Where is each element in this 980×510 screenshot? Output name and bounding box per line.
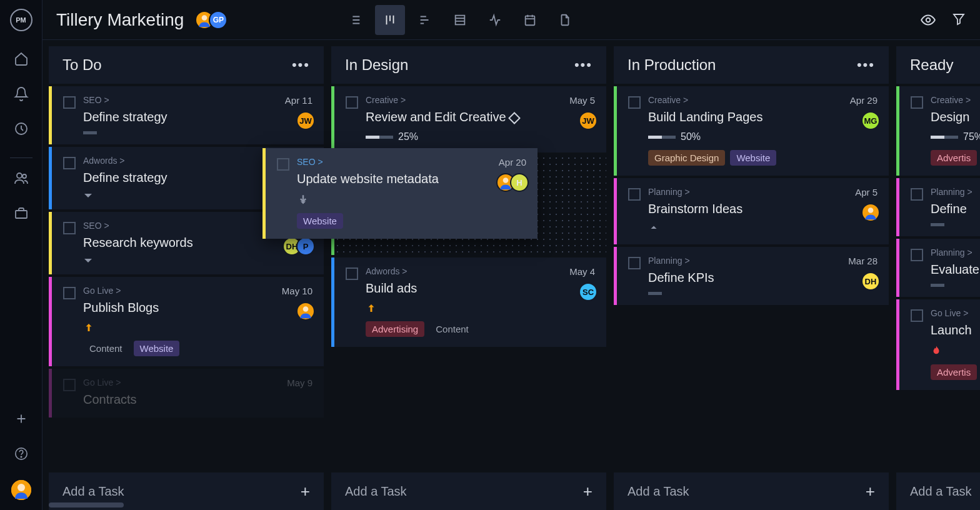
task-date: May 5 xyxy=(569,95,595,106)
svg-rect-10 xyxy=(526,16,535,25)
task-category[interactable]: Go Live > xyxy=(83,378,312,388)
task-card[interactable]: Go Live > Publish Blogs ContentWebsite M… xyxy=(49,277,324,366)
task-category[interactable]: Creative > xyxy=(931,95,980,105)
task-checkbox[interactable] xyxy=(63,157,76,169)
chevron-down-icon[interactable] xyxy=(83,192,93,199)
people-icon[interactable] xyxy=(12,169,30,187)
task-category[interactable]: Go Live > xyxy=(931,308,980,318)
task-checkbox[interactable] xyxy=(628,188,641,201)
task-category[interactable]: Planning > xyxy=(931,187,980,197)
briefcase-icon[interactable] xyxy=(12,204,30,222)
add-task-button[interactable]: Add a Task + xyxy=(896,472,980,510)
file-view-icon[interactable] xyxy=(550,5,580,35)
board-column: Ready ••• Creative > Design 75% Advertis… xyxy=(896,46,980,510)
svg-point-13 xyxy=(868,208,874,213)
task-card[interactable]: Creative > Build Landing Pages 50% Graph… xyxy=(614,86,889,176)
task-category[interactable]: Creative > xyxy=(366,95,595,105)
calendar-view-icon[interactable] xyxy=(515,5,545,35)
sheet-view-icon[interactable] xyxy=(445,5,475,35)
chevron-down-icon[interactable] xyxy=(83,257,93,264)
arrow-down-icon xyxy=(297,193,309,206)
column-more-icon[interactable]: ••• xyxy=(292,57,310,73)
add-task-label: Add a Task xyxy=(62,484,124,499)
assignee-avatar[interactable]: P xyxy=(296,237,315,256)
home-icon[interactable] xyxy=(12,50,30,68)
task-checkbox[interactable] xyxy=(277,158,289,171)
task-checkbox[interactable] xyxy=(63,222,76,234)
assignee-avatar[interactable] xyxy=(296,302,315,321)
task-category[interactable]: Planning > xyxy=(648,187,878,197)
task-title: Define xyxy=(931,201,980,217)
app-logo[interactable]: PM xyxy=(10,9,32,31)
task-checkbox[interactable] xyxy=(911,188,923,201)
assignee-avatar[interactable]: JW xyxy=(579,111,598,130)
assignee-avatar[interactable]: DH xyxy=(861,272,880,291)
tag: Website xyxy=(730,150,776,166)
task-checkbox[interactable] xyxy=(911,249,923,261)
list-view-icon[interactable] xyxy=(340,5,370,35)
task-checkbox[interactable] xyxy=(63,287,76,299)
add-task-button[interactable]: Add a Task + xyxy=(614,472,889,510)
gantt-view-icon[interactable] xyxy=(410,5,440,35)
clock-icon[interactable] xyxy=(12,120,30,138)
task-title: Build ads xyxy=(366,280,595,296)
task-checkbox[interactable] xyxy=(911,309,923,322)
task-card[interactable]: Planning > Define xyxy=(896,178,980,236)
task-checkbox[interactable] xyxy=(628,96,641,109)
task-checkbox[interactable] xyxy=(346,268,358,280)
assignee-avatar[interactable]: MG xyxy=(861,111,880,130)
task-card[interactable]: Creative > Review and Edit Creative 25% … xyxy=(331,86,606,152)
help-icon[interactable] xyxy=(12,445,30,462)
dragging-card[interactable]: SEO > Update website metadata Website Ap… xyxy=(262,148,538,239)
svg-point-8 xyxy=(202,15,208,21)
svg-rect-3 xyxy=(16,211,27,218)
task-card[interactable]: Planning > Evaluate and N xyxy=(896,239,980,297)
task-date: Apr 20 xyxy=(499,157,526,168)
task-card[interactable]: Planning > Brainstorm Ideas Apr 5 xyxy=(614,178,889,244)
activity-view-icon[interactable] xyxy=(480,5,510,35)
horizontal-scrollbar-thumb[interactable] xyxy=(49,502,124,508)
column-more-icon[interactable]: ••• xyxy=(574,57,592,73)
task-checkbox[interactable] xyxy=(346,96,358,109)
assignee-avatar[interactable]: JW xyxy=(296,111,315,130)
add-icon[interactable] xyxy=(12,410,30,428)
task-checkbox[interactable] xyxy=(63,379,76,391)
user-avatar[interactable] xyxy=(11,480,31,500)
assignee-avatar[interactable]: SC xyxy=(579,282,598,301)
member-avatar[interactable]: GP xyxy=(209,11,228,29)
column-title: Ready xyxy=(910,56,953,74)
tag: Graphic Design xyxy=(648,150,725,166)
bell-icon[interactable] xyxy=(12,85,30,102)
priority-up-icon xyxy=(648,223,659,234)
task-checkbox[interactable] xyxy=(63,96,76,109)
board-view-icon[interactable] xyxy=(375,5,405,35)
task-category[interactable]: Creative > xyxy=(648,95,878,105)
filter-icon[interactable] xyxy=(951,12,966,28)
tag: Website xyxy=(134,341,180,356)
add-task-button[interactable]: Add a Task + xyxy=(331,472,606,510)
task-card[interactable]: Planning > Define KPIs Mar 28DH xyxy=(614,247,889,305)
kanban-board: To Do ••• SEO > Define strategy Apr 11JW… xyxy=(42,40,980,510)
task-category[interactable]: Planning > xyxy=(931,248,980,258)
task-category[interactable]: Go Live > xyxy=(83,286,312,296)
task-card[interactable]: Go Live > Launch Advertis xyxy=(896,299,980,390)
project-members[interactable]: GP xyxy=(195,11,228,29)
column-more-icon[interactable]: ••• xyxy=(857,57,875,73)
task-card[interactable]: Go Live > Contracts May 9 xyxy=(49,369,324,418)
visibility-icon[interactable] xyxy=(920,12,936,28)
task-category[interactable]: SEO > xyxy=(83,95,312,105)
assignee-avatar[interactable]: H xyxy=(510,173,529,192)
task-title: Design xyxy=(931,109,980,125)
task-category[interactable]: Planning > xyxy=(648,256,878,266)
assignee-avatar[interactable] xyxy=(861,203,880,222)
task-card[interactable]: Creative > Design 75% Advertis xyxy=(896,86,980,176)
board-column: To Do ••• SEO > Define strategy Apr 11JW… xyxy=(49,46,324,510)
column-title: To Do xyxy=(62,56,102,74)
task-category[interactable]: Adwords > xyxy=(366,266,595,276)
svg-point-2 xyxy=(22,174,26,178)
task-checkbox[interactable] xyxy=(628,257,641,269)
progress-percent: 75% xyxy=(963,131,980,142)
task-card[interactable]: Adwords > Build ads AdvertisingContent M… xyxy=(331,258,606,347)
task-card[interactable]: SEO > Define strategy Apr 11JW xyxy=(49,86,324,144)
task-checkbox[interactable] xyxy=(911,96,923,109)
